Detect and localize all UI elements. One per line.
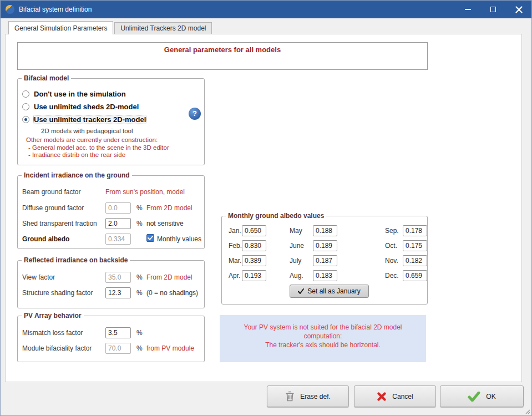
month-label-june: June bbox=[290, 242, 304, 250]
warning-message: Your PV system is not suited for the bif… bbox=[220, 315, 426, 362]
albedo-aug-input[interactable] bbox=[313, 270, 337, 281]
group-bifacial-model: Bifacial model Don't use in the simulati… bbox=[17, 78, 205, 165]
window-controls bbox=[455, 1, 531, 18]
month-label-sep: Sep. bbox=[385, 227, 399, 235]
view-factor-note: From 2D model bbox=[146, 273, 192, 281]
ok-check-icon bbox=[468, 392, 480, 402]
month-label-dec: Dec. bbox=[385, 272, 399, 280]
group-monthly-ground-albedo: Monthly ground albedo values Jan. Feb. M… bbox=[221, 216, 428, 305]
module-bifaciality-factor-input bbox=[105, 343, 131, 354]
shed-transparent-fraction-label: Shed transparent fraction bbox=[22, 220, 97, 227]
albedo-feb-input[interactable] bbox=[242, 240, 266, 251]
mismatch-loss-factor-input[interactable] bbox=[105, 327, 131, 338]
month-label-jan: Jan. bbox=[229, 227, 241, 235]
group-reflected-irradiance: Reflected irradiance on backside View fa… bbox=[17, 260, 205, 308]
albedo-may-input[interactable] bbox=[313, 225, 337, 236]
construction-note-1: Other models are currently under constru… bbox=[26, 136, 158, 143]
albedo-mar-input[interactable] bbox=[242, 255, 266, 266]
beam-ground-factor-note: From sun's position, model bbox=[105, 188, 185, 196]
percent-unit: % bbox=[136, 289, 143, 297]
month-label-feb: Feb. bbox=[229, 242, 242, 250]
diffuse-ground-factor-label: Diffuse ground factor bbox=[22, 204, 84, 212]
dialog-bifacial-system-definition: Bifacial system definition General Simul… bbox=[0, 0, 532, 416]
tab-unlimited-trackers-2d-model[interactable]: Unlimited Trackers 2D model bbox=[114, 22, 212, 34]
albedo-sep-input[interactable] bbox=[403, 225, 427, 236]
percent-unit: % bbox=[136, 344, 143, 352]
albedo-jan-input[interactable] bbox=[242, 225, 266, 236]
maximize-icon bbox=[490, 7, 496, 12]
diffuse-ground-factor-note: From 2D model bbox=[146, 204, 192, 212]
page-title: General parameters for all models bbox=[164, 45, 281, 54]
monthly-values-label[interactable]: Monthly values bbox=[157, 235, 201, 243]
help-icon[interactable]: ? bbox=[189, 108, 201, 120]
radio-label-unlimited-sheds[interactable]: Use unlimited sheds 2D-model bbox=[34, 103, 139, 111]
month-label-nov: Nov. bbox=[385, 257, 398, 265]
percent-unit: % bbox=[136, 204, 143, 212]
group-title: Reflected irradiance on backside bbox=[22, 256, 130, 264]
minimize-button[interactable] bbox=[455, 1, 480, 18]
structure-shading-factor-note: (0 = no shadings) bbox=[146, 289, 198, 297]
radio-label-dont-use[interactable]: Don't use in the simulation bbox=[34, 90, 126, 98]
structure-shading-factor-label: Structure shading factor bbox=[22, 289, 93, 297]
minimize-icon bbox=[465, 9, 471, 10]
radio-unlimited-trackers-2d[interactable] bbox=[22, 116, 29, 123]
cancel-label: Cancel bbox=[392, 393, 413, 400]
albedo-oct-input[interactable] bbox=[403, 240, 427, 251]
shed-transparent-fraction-input[interactable] bbox=[105, 218, 131, 229]
albedo-june-input[interactable] bbox=[313, 240, 337, 251]
group-title: Bifacial model bbox=[22, 74, 71, 82]
beam-ground-factor-label: Beam ground factor bbox=[22, 188, 80, 196]
view-factor-input bbox=[105, 272, 131, 283]
month-label-apr: Apr. bbox=[229, 272, 240, 280]
percent-unit: % bbox=[136, 220, 143, 227]
radio-dont-use-in-simulation[interactable] bbox=[22, 90, 29, 98]
structure-shading-factor-input[interactable] bbox=[105, 287, 131, 298]
albedo-july-input[interactable] bbox=[313, 255, 337, 266]
mismatch-loss-factor-label: Mismatch loss factor bbox=[22, 329, 83, 337]
shed-transparent-fraction-note: not sensitive bbox=[146, 220, 184, 227]
titlebar[interactable]: Bifacial system definition bbox=[1, 1, 531, 18]
check-icon bbox=[148, 236, 153, 240]
resize-grip[interactable] bbox=[524, 408, 530, 414]
warning-line: The tracker's axis should be horizontal. bbox=[220, 341, 426, 349]
group-pv-array-behavior: PV Array behavior Mismatch loss factor %… bbox=[17, 316, 205, 362]
construction-note-2: - General model acc. to the scene in the… bbox=[28, 144, 169, 151]
app-logo-icon bbox=[6, 5, 14, 14]
trash-icon bbox=[285, 391, 295, 402]
ok-button[interactable]: OK bbox=[440, 385, 524, 407]
percent-unit: % bbox=[136, 273, 143, 281]
albedo-nov-input[interactable] bbox=[403, 255, 427, 266]
month-label-july: July bbox=[290, 257, 301, 265]
group-incident-irradiance: Incident irradiance on the ground Beam g… bbox=[17, 175, 205, 249]
albedo-dec-input[interactable] bbox=[403, 270, 427, 281]
warning-line: Your PV system is not suited for the bif… bbox=[220, 323, 426, 332]
header-box: General parameters for all models bbox=[17, 42, 428, 70]
maximize-button[interactable] bbox=[480, 1, 506, 18]
erase-def-label: Erase def. bbox=[300, 393, 331, 400]
diffuse-ground-factor-input bbox=[105, 202, 131, 214]
tab-general-simulation-parameters[interactable]: General Simulation Parameters bbox=[8, 21, 113, 34]
albedo-apr-input[interactable] bbox=[242, 270, 266, 281]
tab-bar: General Simulation Parameters Unlimited … bbox=[8, 21, 213, 34]
month-label-oct: Oct. bbox=[385, 242, 397, 250]
percent-unit: % bbox=[136, 329, 143, 337]
window-title: Bifacial system definition bbox=[19, 6, 92, 13]
check-icon bbox=[298, 288, 304, 294]
module-bifaciality-factor-label: Module bifaciality factor bbox=[22, 344, 92, 352]
group-title: PV Array behavior bbox=[22, 312, 84, 319]
set-all-label: Set all as January bbox=[307, 287, 360, 295]
ok-label: OK bbox=[486, 393, 495, 400]
month-label-aug: Aug. bbox=[290, 272, 303, 280]
radio-unlimited-sheds-2d[interactable] bbox=[22, 103, 29, 110]
cancel-button[interactable]: Cancel bbox=[354, 385, 436, 407]
warning-line: computation: bbox=[220, 332, 426, 341]
ground-albedo-label: Ground albedo bbox=[22, 235, 69, 243]
month-label-mar: Mar. bbox=[229, 257, 241, 265]
close-icon bbox=[515, 6, 523, 13]
monthly-values-checkbox[interactable] bbox=[146, 234, 154, 242]
set-all-as-january-button[interactable]: Set all as January bbox=[290, 285, 369, 298]
pedagogical-note: 2D models with pedagogical tool bbox=[41, 128, 133, 134]
radio-label-unlimited-trackers[interactable]: Use unlimited trackers 2D-model bbox=[34, 115, 146, 124]
erase-def-button[interactable]: Erase def. bbox=[267, 385, 349, 407]
close-button[interactable] bbox=[506, 1, 531, 18]
